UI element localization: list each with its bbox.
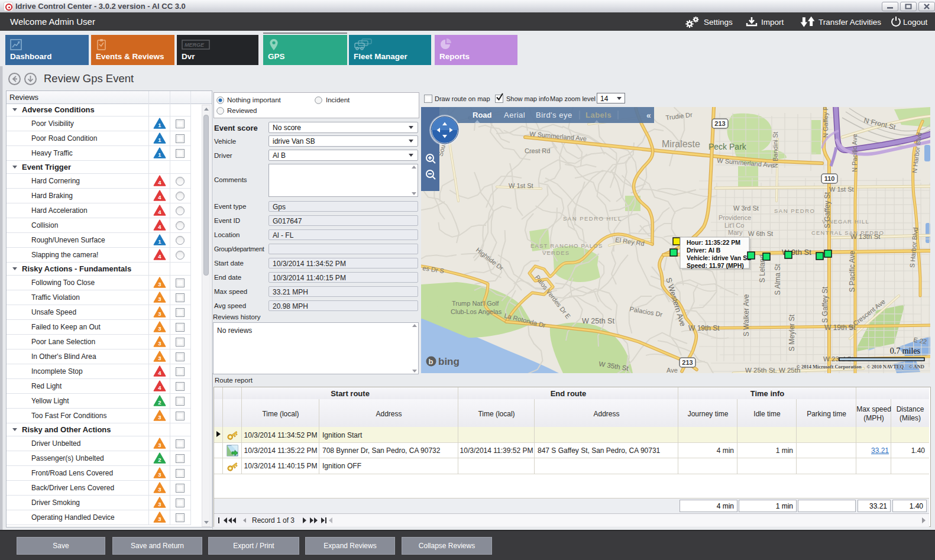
- svg-text:3: 3: [158, 414, 161, 420]
- svg-text:Miraleste: Miraleste: [662, 139, 700, 149]
- svg-text:SAN PEDRO HILL: SAN PEDRO HILL: [563, 215, 622, 222]
- svg-text:4: 4: [158, 224, 161, 230]
- svg-text:EAST RANCHO PALOS: EAST RANCHO PALOS: [530, 242, 603, 249]
- svg-text:S Alma St: S Alma St: [774, 264, 782, 295]
- svg-text:SAN PEDRO: SAN PEDRO: [774, 208, 815, 214]
- svg-text:3: 3: [158, 442, 161, 448]
- svg-text:W 13th St: W 13th St: [850, 233, 881, 240]
- svg-text:Mary: Mary: [728, 229, 743, 236]
- svg-text:0.7 miles: 0.7 miles: [890, 347, 920, 355]
- svg-text:3: 3: [158, 355, 161, 361]
- svg-text:S Walker Ave: S Walker Ave: [742, 294, 750, 336]
- svg-text:Aerial: Aerial: [504, 111, 525, 119]
- svg-text:S Meyler St: S Meyler St: [788, 314, 796, 351]
- svg-text:VINEGAR HILL: VINEGAR HILL: [822, 218, 869, 225]
- svg-text:3: 3: [158, 296, 161, 302]
- svg-text:3: 3: [158, 340, 161, 347]
- svg-text:3: 3: [158, 310, 161, 317]
- svg-text:4: 4: [158, 194, 161, 200]
- svg-text:Crest Rd: Crest Rd: [525, 147, 550, 154]
- svg-text:N Bandini St: N Bandini St: [772, 132, 779, 168]
- svg-text:1: 1: [158, 122, 161, 128]
- svg-text:W 1st St: W 1st St: [829, 186, 854, 193]
- svg-text:1: 1: [158, 137, 161, 143]
- svg-text:3: 3: [158, 471, 161, 478]
- svg-text:3: 3: [158, 486, 161, 493]
- svg-text:3: 3: [158, 325, 161, 332]
- svg-text:213: 213: [714, 120, 725, 127]
- svg-text:Trump Nat'l Golf: Trump Nat'l Golf: [452, 300, 499, 307]
- svg-text:W 6th St: W 6th St: [748, 230, 773, 237]
- svg-text:4: 4: [158, 209, 161, 215]
- svg-text:VERDES: VERDES: [542, 250, 570, 256]
- svg-text:W 3rd St: W 3rd St: [733, 205, 759, 212]
- svg-text:Bird's eye: Bird's eye: [536, 111, 572, 119]
- svg-text:b: b: [429, 357, 433, 366]
- svg-text:Hour: 11:35:22 PM: Hour: 11:35:22 PM: [687, 239, 740, 246]
- svg-text:W 1st St: W 1st St: [509, 182, 533, 189]
- svg-text:S Pacific Ave: S Pacific Ave: [848, 251, 856, 292]
- svg-text:4: 4: [158, 370, 161, 376]
- svg-text:N Gaffey Pl: N Gaffey Pl: [822, 107, 829, 138]
- svg-text:4: 4: [158, 179, 161, 186]
- svg-text:1: 1: [158, 238, 161, 245]
- svg-text:Ave: Ave: [667, 367, 678, 373]
- svg-text:Speed: 11.97 (MPH): Speed: 11.97 (MPH): [687, 262, 744, 269]
- svg-text:«: «: [646, 111, 651, 120]
- svg-text:Driver: Al B: Driver: Al B: [687, 247, 721, 254]
- svg-text:1: 1: [158, 151, 161, 158]
- svg-text:W 25th St: W 25th St: [582, 317, 614, 325]
- svg-text:2: 2: [158, 399, 161, 406]
- svg-text:Labels: Labels: [585, 111, 612, 119]
- svg-text:213: 213: [682, 359, 693, 366]
- svg-text:Club-Los Angelas: Club-Los Angelas: [451, 308, 502, 315]
- svg-text:Peck Park: Peck Park: [708, 142, 747, 151]
- svg-text:Road: Road: [473, 111, 492, 119]
- svg-text:3: 3: [158, 516, 161, 522]
- svg-text:Lit'l Co: Lit'l Co: [724, 222, 744, 229]
- svg-text:W 19th St: W 19th St: [688, 324, 720, 332]
- svg-text:3: 3: [158, 501, 161, 507]
- svg-text:4: 4: [158, 384, 161, 391]
- svg-text:MERGE: MERGE: [185, 42, 205, 48]
- svg-text:S Gaffey St: S Gaffey St: [821, 286, 829, 323]
- svg-text:W 25th St. W 25th: W 25th St. W 25th: [745, 367, 800, 373]
- svg-text:Vehicle: idrive Van SB: Vehicle: idrive Van SB: [687, 254, 752, 261]
- svg-text:110: 110: [824, 175, 835, 182]
- svg-text:N Pacific Ave: N Pacific Ave: [851, 134, 858, 172]
- svg-text:2: 2: [158, 457, 161, 463]
- svg-text:4: 4: [158, 253, 161, 260]
- svg-text:© 2014 Microsoft Corporation: © 2014 Microsoft Corporation © 2010 NAVT…: [796, 364, 924, 370]
- svg-text:3: 3: [158, 281, 161, 287]
- svg-text:bing: bing: [438, 356, 460, 367]
- svg-text:Providence: Providence: [719, 214, 751, 221]
